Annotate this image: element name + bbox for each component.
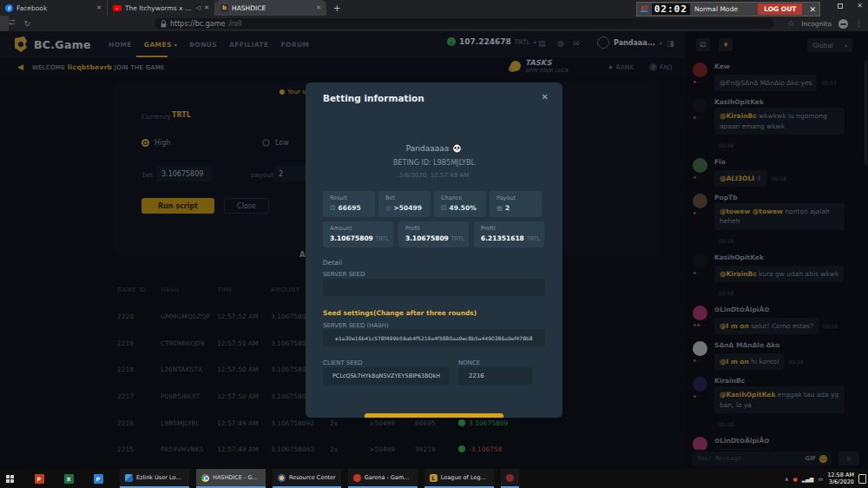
modal-close-icon[interactable]: ✕: [542, 92, 549, 102]
mail-icon[interactable]: ✉: [573, 39, 580, 48]
chat-username[interactable]: SΔnΔ MΔnΔlo Δko: [714, 341, 859, 349]
server-seed-input[interactable]: [323, 279, 545, 296]
nav-forum[interactable]: FORUM: [281, 41, 310, 49]
task-hashdice-chrome[interactable]: HASHDICE - Googl...: [196, 469, 266, 488]
task-ezlink[interactable]: Ezlink User Login: [120, 469, 189, 488]
bet-amount-input[interactable]: [156, 166, 212, 181]
client-seed-label: CLIENT SEED: [323, 359, 363, 366]
wallet-icon[interactable]: ▤: [538, 39, 546, 48]
window-close-button[interactable]: ✕: [857, 2, 863, 10]
page: BC.Game HOME GAMES ▾ BONUS AFFILIATE FOR…: [0, 31, 868, 469]
cafe-timer-overlay: EZ 02:02 Normal Mode LOG OUT ✕: [636, 2, 820, 16]
network-icon[interactable]: ▂▄▆: [802, 476, 814, 482]
chat-rules-icon[interactable]: ⚂: [696, 38, 710, 51]
tasks-widget[interactable]: TASKS SPIN YOUR LUCK: [510, 59, 569, 73]
timer-countdown: 02:02: [652, 3, 690, 15]
address-bar[interactable]: https://bc.game/roll: [155, 18, 774, 29]
nav-games[interactable]: GAMES ▾: [144, 41, 177, 49]
task-app[interactable]: [501, 469, 519, 488]
lock-icon: [161, 20, 167, 28]
chat-username[interactable]: KirainBc: [714, 377, 859, 385]
emoji-icon[interactable]: ☺: [819, 455, 827, 463]
timer-mode-label: Normal Mode: [694, 5, 753, 13]
publisher-pinned-icon[interactable]: P: [89, 469, 108, 488]
change-seed-button[interactable]: [365, 413, 503, 418]
chat-username[interactable]: Fio: [714, 158, 859, 166]
profit-coin-icon: [458, 445, 465, 452]
logout-button[interactable]: LOG OUT: [758, 3, 802, 15]
client-seed-input[interactable]: [323, 367, 450, 385]
task-league-of-legends[interactable]: L League of Legends: [424, 469, 494, 488]
table-row-win[interactable]: 2216L9B5MJLYBL12:57:49 AM3.1067580922x>5…: [0, 419, 686, 430]
payout-input[interactable]: [273, 166, 308, 181]
faq-button[interactable]: ? FAQ: [649, 63, 673, 71]
new-tab-button[interactable]: +: [333, 3, 340, 13]
incognito-label: Incognito: [801, 20, 832, 28]
chat-region-select[interactable]: Global▾: [807, 38, 852, 52]
start-button[interactable]: [0, 469, 19, 488]
nonce-label: NONCE: [458, 359, 480, 366]
excel-pinned-icon[interactable]: X: [59, 469, 78, 488]
nonce-input[interactable]: [458, 367, 533, 385]
gif-button[interactable]: GIF: [806, 455, 816, 462]
clock-time: 12:58 AM: [827, 472, 854, 478]
chat-username[interactable]: PopTb: [714, 194, 859, 201]
tab-close-icon[interactable]: ✕: [204, 4, 209, 11]
send-button[interactable]: ➤: [838, 452, 859, 465]
bookmark-star-icon[interactable]: ☆: [787, 19, 794, 28]
chat-username[interactable]: KasihOpitKek: [714, 98, 859, 106]
selected-currency[interactable]: TRTL: [172, 111, 191, 119]
chat-message-input[interactable]: [697, 455, 802, 462]
balance-selector[interactable]: ◎ 107.224678 TRTL ▾: [447, 37, 536, 46]
chat-scrollbar[interactable]: [865, 61, 867, 165]
action-center-icon[interactable]: [858, 474, 866, 484]
chat-username[interactable]: ✿LinDt✿ÂlpìÂ✿: [714, 437, 859, 445]
browser-menu-icon[interactable]: ⋮: [855, 19, 863, 28]
run-script-button[interactable]: Run script: [141, 198, 214, 214]
hidden-icons-chevron[interactable]: ∧: [785, 476, 788, 482]
chat-input[interactable]: GIF ☺: [693, 452, 832, 465]
chat-message: ★···· KasihOpitKek@KirainBc kura gw udah…: [693, 254, 859, 299]
tab-facebook[interactable]: f Facebook ✕: [0, 0, 108, 16]
chat-message: ★···· SΔnΔ MΔnΔlo Δko@I m on hi kontol00…: [693, 341, 859, 370]
rank-button[interactable]: ★ RANK: [608, 63, 634, 71]
timer-close-icon[interactable]: ✕: [809, 5, 816, 14]
chat-username[interactable]: Kew: [714, 63, 859, 70]
task-garena[interactable]: Garena - Game Cen...: [348, 469, 418, 488]
tray-app-icon[interactable]: ●: [792, 476, 797, 482]
high-radio[interactable]: High: [141, 139, 170, 147]
tab-youtube[interactable]: ▸ The Itchyworms x Ely Buend ◁ ✕: [108, 0, 215, 16]
garena-icon: [353, 474, 361, 482]
avatar: [693, 98, 707, 113]
back-icon[interactable]: ←: [9, 19, 16, 28]
youtube-icon: ▸: [113, 5, 122, 11]
nav-home[interactable]: HOME: [108, 41, 132, 49]
tab-close-icon[interactable]: ✕: [316, 4, 321, 11]
chat-username[interactable]: KasihOpitKek: [714, 254, 859, 261]
bet-player[interactable]: Pandaaaaa: [306, 143, 562, 153]
bell-icon[interactable]: ◍: [557, 39, 564, 48]
user-menu[interactable]: Pandaaa... ▾: [597, 36, 662, 49]
tab-audio-icon[interactable]: ◁: [196, 4, 201, 11]
window-restore-button[interactable]: [838, 3, 843, 9]
tab-close-icon[interactable]: ✕: [96, 4, 102, 11]
tab-hashdice[interactable]: b HASHDICE ✕: [215, 0, 326, 16]
user-level-badge: ★★····: [693, 322, 710, 327]
chat-toggle-icon[interactable]: ◨: [667, 39, 674, 48]
low-radio[interactable]: Low: [262, 139, 289, 147]
battery-icon[interactable]: ▭: [818, 476, 823, 482]
taskbar-clock[interactable]: 12:58 AM 3/6/2020: [827, 472, 854, 486]
chat-message: ★···· KasihOpitKek@KirainBc wkwkwk lu ng…: [693, 98, 859, 151]
powerpoint-pinned-icon[interactable]: P: [30, 469, 49, 488]
close-script-button[interactable]: Close: [224, 198, 269, 214]
reload-icon[interactable]: ↻: [24, 19, 31, 28]
incognito-avatar-icon[interactable]: [838, 19, 848, 29]
site-logo-text[interactable]: BC.Game: [34, 38, 91, 51]
task-resource-center[interactable]: Resource Center: [273, 469, 341, 488]
coin-rain-icon[interactable]: ♦: [719, 38, 733, 51]
nav-affiliate[interactable]: AFFILIATE: [229, 41, 268, 49]
chat-username[interactable]: ✿LinDt✿ÂlpìÂ✿: [714, 306, 859, 313]
server-seed-hash-input[interactable]: [323, 329, 545, 346]
nav-bonus[interactable]: BONUS: [189, 41, 217, 49]
table-row-loss[interactable]: 2215PA59VHVBK512:57:49 AM3.1067580922x>5…: [0, 445, 686, 456]
